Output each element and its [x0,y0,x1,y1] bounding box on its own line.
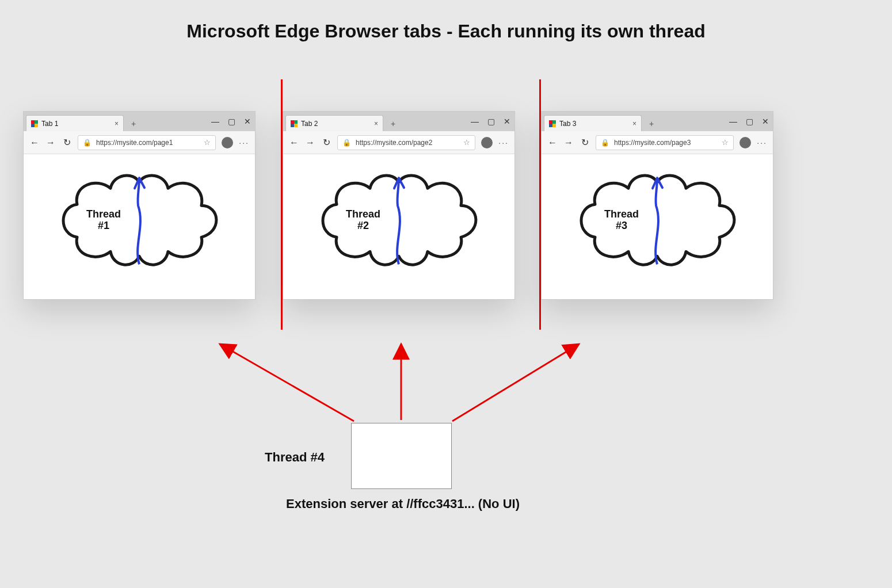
refresh-icon[interactable]: ↻ [580,137,590,148]
window-close-icon[interactable]: ✕ [761,117,769,126]
window-close-icon[interactable]: ✕ [503,117,511,126]
forward-icon[interactable]: → [563,138,574,148]
thread-label-line2: #2 [357,220,369,231]
favorite-icon[interactable]: ☆ [463,138,470,147]
back-icon[interactable]: ← [29,138,40,148]
tab-label: Tab 1 [41,120,111,128]
window-close-icon[interactable]: ✕ [243,117,251,126]
window-maximize-icon[interactable]: ▢ [227,117,235,126]
more-icon[interactable]: ··· [498,138,509,147]
browser-window-1: Tab 1 × + — ▢ ✕ ← → ↻ 🔒 https://mysite.c… [23,111,256,300]
thread-label-line1: Thread [86,208,121,220]
more-icon[interactable]: ··· [239,138,249,147]
thread-label-line2: #3 [616,220,627,231]
lock-icon: 🔒 [83,139,92,147]
thread-label-line1: Thread [346,208,380,220]
url-text: https://mysite.com/page3 [614,139,717,147]
page-content: Thread #2 [283,154,514,299]
close-tab-icon[interactable]: × [632,120,636,128]
page-content: Thread #1 [24,154,255,299]
more-icon[interactable]: ··· [757,138,767,147]
forward-icon[interactable]: → [305,138,315,148]
thread-cloud: Thread #1 [53,165,226,277]
favorite-icon[interactable]: ☆ [722,138,729,147]
window-minimize-icon[interactable]: — [729,117,737,126]
window-minimize-icon[interactable]: — [211,117,219,126]
favorite-icon[interactable]: ☆ [204,138,211,147]
svg-line-2 [452,344,579,421]
svg-line-0 [220,344,354,421]
new-tab-button[interactable]: + [645,117,658,130]
titlebar: Tab 1 × + — ▢ ✕ [24,112,255,131]
browser-window-2: Tab 2 × + — ▢ ✕ ← → ↻ 🔒 https://mysite.c… [283,111,515,300]
titlebar: Tab 2 × + — ▢ ✕ [283,112,514,131]
extension-server-box [351,423,452,489]
tab-label: Tab 2 [301,120,371,128]
new-tab-button[interactable]: + [387,117,399,130]
thread-label-line1: Thread [604,208,639,220]
edge-logo-icon [549,120,556,127]
back-icon[interactable]: ← [547,138,558,148]
thread-cloud: Thread #2 [312,165,485,277]
profile-avatar[interactable] [739,137,751,148]
browser-window-3: Tab 3 × + — ▢ ✕ ← → ↻ 🔒 https://mysite.c… [541,111,773,300]
close-tab-icon[interactable]: × [374,120,378,128]
close-tab-icon[interactable]: × [115,120,119,128]
new-tab-button[interactable]: + [127,117,140,130]
page-content: Thread #3 [542,154,773,299]
toolbar: ← → ↻ 🔒 https://mysite.com/page2 ☆ ··· [283,131,514,154]
profile-avatar[interactable] [222,137,233,148]
toolbar: ← → ↻ 🔒 https://mysite.com/page3 ☆ ··· [542,131,773,154]
forward-icon[interactable]: → [45,138,56,148]
refresh-icon[interactable]: ↻ [321,137,331,148]
browser-tab[interactable]: Tab 3 × [544,115,642,131]
url-text: https://mysite.com/page2 [356,139,459,147]
lock-icon: 🔒 [601,139,609,147]
address-bar[interactable]: 🔒 https://mysite.com/page2 ☆ [337,135,475,150]
browser-tab[interactable]: Tab 2 × [285,115,383,131]
window-maximize-icon[interactable]: ▢ [487,117,495,126]
thread-label-line2: #1 [98,220,109,231]
back-icon[interactable]: ← [289,138,299,148]
address-bar[interactable]: 🔒 https://mysite.com/page1 ☆ [78,135,216,150]
browser-tab[interactable]: Tab 1 × [26,115,124,131]
profile-avatar[interactable] [481,137,493,148]
tab-label: Tab 3 [559,120,629,128]
url-text: https://mysite.com/page1 [96,139,199,147]
diagram-stage: Microsoft Edge Browser tabs - Each runni… [0,0,892,588]
edge-logo-icon [291,120,298,127]
lock-icon: 🔒 [342,139,351,147]
window-minimize-icon[interactable]: — [471,117,479,126]
address-bar[interactable]: 🔒 https://mysite.com/page3 ☆ [596,135,734,150]
extension-caption: Extension server at //ffcc3431... (No UI… [247,497,558,511]
window-maximize-icon[interactable]: ▢ [745,117,753,126]
diagram-title: Microsoft Edge Browser tabs - Each runni… [0,21,892,42]
titlebar: Tab 3 × + — ▢ ✕ [542,112,773,131]
toolbar: ← → ↻ 🔒 https://mysite.com/page1 ☆ ··· [24,131,255,154]
edge-logo-icon [31,120,38,127]
thread-cloud: Thread #3 [571,165,744,277]
refresh-icon[interactable]: ↻ [62,137,72,148]
thread4-label: Thread #4 [265,450,325,465]
